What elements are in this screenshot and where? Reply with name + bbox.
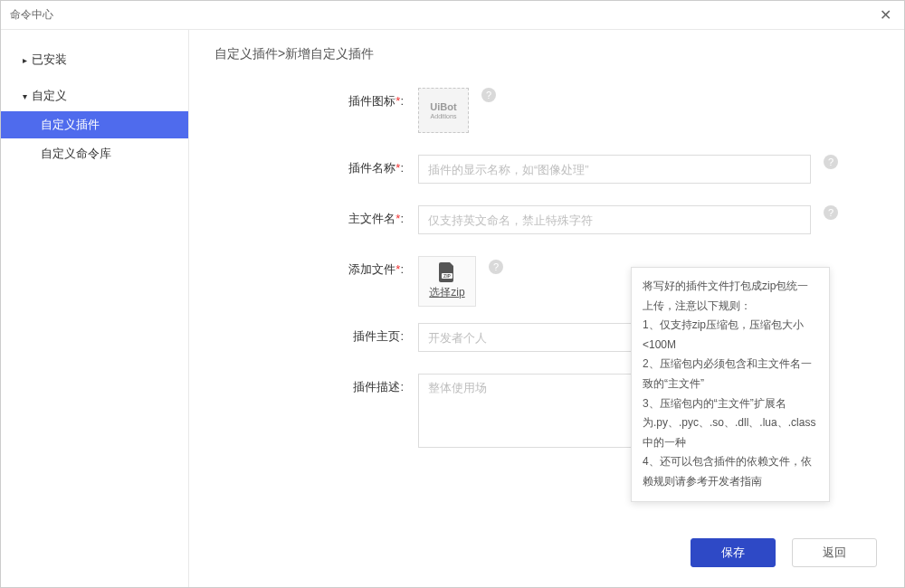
sidebar: ▸ 已安装 ▾ 自定义 自定义插件 自定义命令库 (1, 30, 189, 587)
sidebar-item-label: 自定义命令库 (41, 147, 111, 160)
label-plugin-desc: 插件描述: (305, 374, 418, 395)
sidebar-item-label: 自定义 (32, 88, 67, 104)
row-main-file: 主文件名*: ? (305, 205, 879, 234)
back-button[interactable]: 返回 (792, 538, 877, 567)
row-plugin-icon: 插件图标*: UiBot Additions ? (305, 88, 879, 133)
tooltip-line: 3、压缩包内的“主文件”扩展名为.py、.pyc、.so、.dll、.lua、.… (643, 394, 818, 453)
select-zip-button[interactable]: ZIP 选择zip (418, 256, 476, 307)
tooltip-line: 4、还可以包含插件的依赖文件，依赖规则请参考开发者指南 (643, 452, 818, 491)
label-add-file: 添加文件*: (305, 256, 418, 278)
help-icon[interactable]: ? (824, 205, 838, 220)
label-plugin-name: 插件名称*: (305, 155, 418, 176)
content-area: 自定义插件>新增自定义插件 插件图标*: UiBot Additions ? 插… (189, 30, 904, 587)
sidebar-item-label: 已安装 (32, 52, 67, 68)
tooltip-line: 将写好的插件文件打包成zip包统一上传，注意以下规则： (643, 277, 818, 316)
label-plugin-home: 插件主页: (305, 323, 418, 345)
sidebar-item-custom-lib[interactable]: 自定义命令库 (1, 140, 188, 167)
save-button[interactable]: 保存 (691, 538, 776, 567)
sidebar-item-custom[interactable]: ▾ 自定义 (1, 82, 188, 109)
sidebar-item-installed[interactable]: ▸ 已安装 (1, 46, 188, 73)
tooltip-line: 2、压缩包内必须包含和主文件名一致的“主文件” (643, 355, 818, 394)
sidebar-item-label: 自定义插件 (41, 118, 100, 131)
select-zip-label: 选择zip (429, 285, 464, 300)
zip-file-icon: ZIP (438, 263, 456, 281)
sidebar-item-custom-plugin[interactable]: 自定义插件 (1, 111, 188, 138)
footer-actions: 保存 返回 (691, 538, 877, 567)
label-plugin-icon: 插件图标*: (305, 88, 418, 109)
plugin-icon-upload[interactable]: UiBot Additions (418, 88, 469, 133)
upload-badge-text1: UiBot (430, 102, 456, 112)
main-file-input[interactable] (418, 205, 811, 234)
help-icon[interactable]: ? (481, 88, 496, 102)
main-layout: ▸ 已安装 ▾ 自定义 自定义插件 自定义命令库 自定义插件>新增自定义插件 插… (1, 30, 904, 587)
add-file-tooltip: 将写好的插件文件打包成zip包统一上传，注意以下规则： 1、仅支持zip压缩包，… (631, 267, 830, 502)
titlebar: 命令中心 ✕ (1, 1, 904, 30)
row-plugin-name: 插件名称*: ? (305, 155, 879, 184)
upload-badge-text2: Additions (431, 113, 457, 119)
close-icon[interactable]: ✕ (876, 6, 895, 24)
label-main-file: 主文件名*: (305, 205, 418, 227)
chevron-right-icon: ▸ (23, 55, 32, 65)
chevron-down-icon: ▾ (23, 91, 32, 101)
help-icon[interactable]: ? (489, 260, 503, 274)
help-icon[interactable]: ? (824, 155, 838, 169)
svg-text:ZIP: ZIP (443, 273, 451, 279)
tooltip-line: 1、仅支持zip压缩包，压缩包大小<100M (643, 316, 818, 355)
breadcrumb: 自定义插件>新增自定义插件 (214, 46, 879, 62)
plugin-name-input[interactable] (418, 155, 811, 184)
window-title: 命令中心 (10, 7, 53, 23)
